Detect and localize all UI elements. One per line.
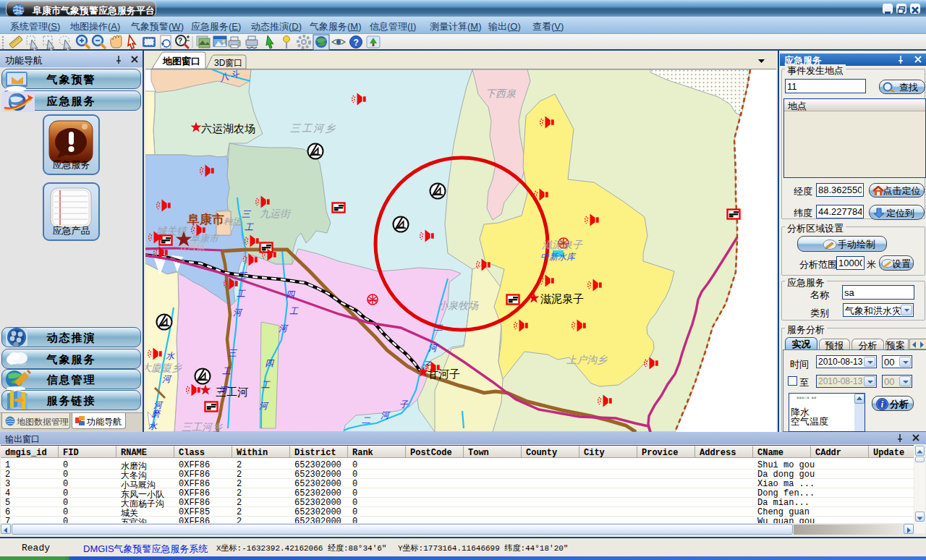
svg-text:工: 工 — [245, 222, 254, 232]
svg-text:滋泥泉子: 滋泥泉子 — [540, 292, 584, 305]
svg-text:子: 子 — [399, 399, 409, 410]
svg-text:阜康市: 阜康市 — [187, 212, 224, 226]
svg-text:二: 二 — [362, 415, 371, 425]
svg-text:种场: 种场 — [224, 216, 242, 226]
svg-text:河: 河 — [381, 410, 391, 420]
svg-text:工: 工 — [222, 366, 232, 376]
svg-text:?: ? — [178, 37, 182, 45]
svg-text:四: 四 — [286, 289, 296, 300]
svg-text:二: 二 — [434, 323, 443, 333]
svg-text:小泉牧场: 小泉牧场 — [438, 300, 479, 311]
svg-text:河: 河 — [233, 307, 243, 318]
svg-text:工: 工 — [261, 380, 271, 390]
svg-text:三工河乡: 三工河乡 — [182, 421, 223, 432]
svg-text:下西泉: 下西泉 — [485, 88, 516, 99]
svg-text:河: 河 — [259, 401, 269, 411]
svg-text:三: 三 — [242, 209, 252, 219]
svg-text:水: 水 — [148, 421, 158, 431]
svg-text:三工河乡: 三工河乡 — [290, 122, 336, 134]
svg-text:九运街: 九运街 — [260, 208, 292, 219]
svg-text:滋泥泉子: 滋泥泉子 — [542, 239, 583, 250]
svg-text:上户沟乡: 上户沟乡 — [566, 354, 608, 365]
svg-text:中新水库: 中新水库 — [540, 252, 577, 262]
svg-text:水: 水 — [166, 351, 175, 361]
svg-text:三工河: 三工河 — [216, 386, 248, 398]
svg-text:磨: 磨 — [151, 409, 161, 419]
svg-text:六运湖农场: 六运湖农场 — [201, 122, 255, 135]
svg-text:四: 四 — [265, 358, 275, 368]
svg-text:大廈廈乡: 大廈廈乡 — [145, 362, 182, 373]
svg-text:工: 工 — [289, 306, 299, 316]
svg-text:三: 三 — [238, 271, 248, 281]
svg-text:?: ? — [354, 38, 359, 48]
svg-text:工: 工 — [237, 289, 246, 299]
svg-text:河: 河 — [428, 343, 438, 353]
svg-text:三: 三 — [228, 348, 238, 358]
svg-text:河: 河 — [162, 374, 172, 384]
svg-text:河: 河 — [279, 323, 289, 334]
